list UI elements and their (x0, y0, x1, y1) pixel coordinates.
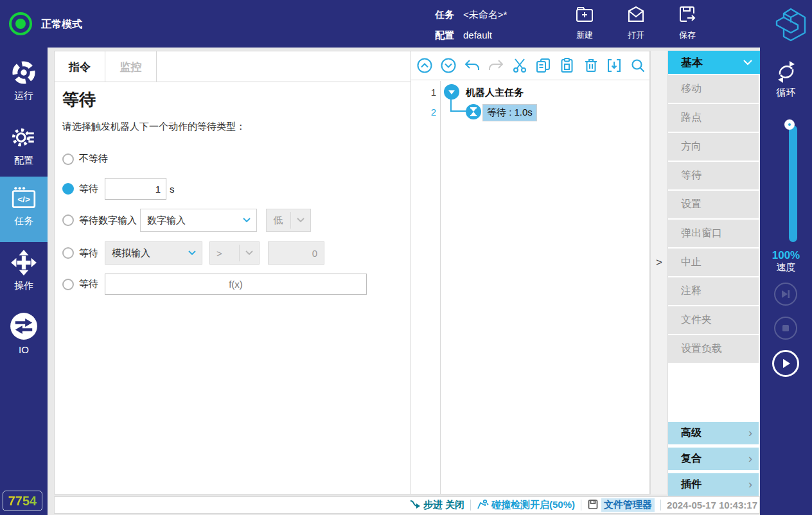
chevron-down-icon (291, 218, 310, 223)
catalog-item-waypoint[interactable]: 路点 (668, 104, 759, 132)
catalog-item-direction[interactable]: 方向 (668, 133, 759, 161)
speed-value: 100% (760, 249, 812, 262)
option-no-wait: 不等待 (62, 153, 108, 165)
option-label: 不等待 (79, 153, 108, 165)
option-label: 等待 (79, 183, 98, 195)
task-code-window-icon: </> (10, 202, 37, 213)
step-mode-icon (409, 498, 421, 512)
catalog-item-abort[interactable]: 中止 (668, 249, 759, 276)
stop-button[interactable] (774, 317, 797, 340)
radio-wait-time[interactable] (62, 183, 74, 195)
catalog-item-folder[interactable]: 文件夹 (668, 306, 759, 334)
analog-threshold-input[interactable] (268, 241, 324, 265)
radio-wait-analog[interactable] (62, 247, 74, 259)
session-code-badge: 7754 (3, 491, 42, 511)
tab-instruction[interactable]: 指令 (55, 51, 105, 82)
tree-node-wait-selected[interactable]: 等待 : 1.0s (482, 104, 537, 121)
tab-monitor[interactable]: 监控 (105, 51, 157, 82)
undo-icon[interactable] (464, 57, 481, 74)
catalog-item-move[interactable]: 移动 (668, 75, 759, 103)
option-label: 等待数字输入 (79, 214, 137, 227)
cut-icon[interactable] (511, 57, 528, 74)
catalog-item-set[interactable]: 设置 (668, 191, 759, 218)
radio-no-wait[interactable] (62, 153, 74, 165)
catalog-section-composite[interactable]: 复合› (668, 448, 759, 470)
redo-icon[interactable] (488, 57, 504, 74)
catalog-item-comment[interactable]: 注释 (668, 277, 759, 305)
expand-all-icon[interactable] (440, 57, 457, 74)
status-bar: 步进 关闭 碰撞检测开启(50%) 文件管理器 2024-05-17 10:43… (54, 496, 760, 514)
expand-panel-handle[interactable]: > (651, 256, 667, 269)
seconds-unit-label: s (170, 184, 175, 195)
delete-icon[interactable] (583, 57, 599, 74)
digital-level-select[interactable]: 低 (266, 209, 311, 232)
tree-node-main-task[interactable]: 机器人主任务 (466, 87, 524, 99)
wait-hourglass-icon[interactable] (466, 104, 481, 119)
sidebar-item-config[interactable]: 配置 (0, 124, 48, 167)
new-task-button[interactable]: 新建 (564, 4, 605, 41)
save-task-button[interactable]: 保存 (667, 4, 708, 41)
digital-input-select[interactable]: 数字输入 (140, 209, 257, 232)
new-task-label: 新建 (564, 30, 605, 41)
collapse-all-icon[interactable] (416, 57, 433, 74)
file-manager-button[interactable]: 文件管理器 (587, 498, 655, 512)
main-panel: 指令 监控 等待 请选择触发机器人下一个动作的等待类型： 不等待 等待 s 等待… (54, 51, 650, 494)
radio-wait-expression[interactable] (62, 279, 74, 290)
expression-input[interactable] (105, 274, 367, 295)
analog-input-select[interactable]: 模拟输入 (105, 241, 202, 265)
sidebar-item-task[interactable]: </> 任务 (0, 177, 48, 242)
file-manager-label: 文件管理器 (601, 498, 655, 512)
play-button[interactable] (772, 350, 799, 377)
step-mode-toggle[interactable]: 步进 关闭 (409, 498, 464, 512)
search-icon[interactable] (630, 57, 646, 74)
sidebar-item-run[interactable]: 运行 (0, 59, 48, 102)
speed-slider-thumb[interactable] (784, 119, 795, 130)
sidebar-item-label: 操作 (0, 280, 48, 292)
copy-icon[interactable] (535, 57, 552, 74)
robot-status-light-icon (9, 12, 32, 35)
config-label: 配置 (435, 30, 454, 40)
new-file-icon (574, 17, 596, 28)
catalog-section-basic[interactable]: 基本 (668, 51, 760, 74)
catalog-item-popup[interactable]: 弹出窗口 (668, 220, 759, 247)
catalog-section-advanced[interactable]: 高级› (668, 422, 759, 444)
option-label: 等待 (79, 247, 98, 259)
speed-slider-track[interactable] (789, 125, 797, 242)
catalog-section-plugin[interactable]: 插件› (668, 473, 759, 496)
page-title: 等待 (62, 89, 96, 111)
panel-divider (410, 51, 411, 494)
save-icon (676, 17, 698, 28)
catalog-item-wait[interactable]: 等待 (668, 162, 759, 189)
task-value: <未命名>* (463, 9, 507, 20)
run-icon (10, 77, 37, 88)
line-number: 2 (412, 107, 436, 118)
right-sidebar: 循环 100% 速度 (760, 48, 812, 515)
sidebar-item-label: 任务 (0, 215, 48, 227)
collapse-node-icon[interactable] (444, 84, 459, 100)
loop-label: 循环 (760, 87, 812, 99)
sidebar-item-label: IO (0, 344, 48, 355)
digital-input-value: 数字输入 (141, 214, 237, 227)
catalog-section-label: 基本 (681, 55, 703, 70)
catalog-item-payload[interactable]: 设置负载 (668, 335, 759, 363)
collision-detect-toggle[interactable]: 碰撞检测开启(50%) (477, 498, 575, 512)
step-forward-button[interactable] (774, 283, 797, 306)
sidebar-item-io[interactable]: IO (0, 312, 48, 355)
paste-icon[interactable] (559, 57, 576, 74)
open-task-label: 打开 (615, 30, 657, 41)
chevron-down-icon (237, 218, 256, 223)
program-toolbar (411, 51, 651, 80)
open-task-button[interactable]: 打开 (615, 4, 657, 41)
gear-icon (10, 142, 37, 153)
insert-icon[interactable] (606, 57, 622, 74)
usb-drive-icon (587, 498, 599, 512)
wait-seconds-input[interactable] (105, 178, 166, 200)
task-label: 任务 (435, 9, 454, 20)
radio-wait-digital[interactable] (62, 214, 74, 226)
io-icon (10, 331, 38, 342)
analog-operator-select[interactable]: > (209, 241, 260, 265)
clock-timestamp: 2024-05-17 10:43:17 (667, 500, 757, 511)
task-name-row: 任务<未命名>* (435, 9, 507, 21)
loop-icon[interactable] (773, 59, 799, 87)
sidebar-item-operate[interactable]: 操作 (0, 249, 48, 292)
